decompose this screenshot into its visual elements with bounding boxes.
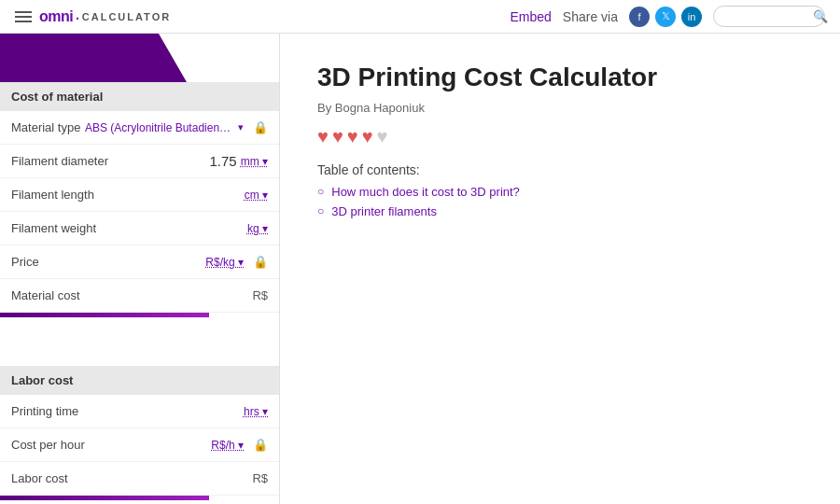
row-material-type: Material type ABS (Acrylonitrile Butadie… [0, 111, 279, 145]
label-cost-per-hour: Cost per hour [11, 438, 211, 452]
label-filament-diameter: Filament diameter [11, 154, 209, 168]
logo-brand: omni [39, 8, 73, 25]
label-labor-cost: Labor cost [11, 471, 252, 485]
twitter-icon[interactable]: 𝕏 [655, 7, 676, 27]
progress-bar-material [0, 313, 209, 317]
section-header-material: Cost of material [0, 82, 279, 111]
filament-diameter-number: 1.75 [209, 153, 236, 169]
toc-link-1[interactable]: How much does it cost to 3D print? [331, 185, 520, 199]
hamburger-icon[interactable] [15, 11, 32, 22]
header-right: Embed Share via f 𝕏 in 🔍 [510, 6, 825, 27]
printing-time-unit[interactable]: hrs ▾ [244, 405, 268, 418]
label-material-type: Material type [11, 120, 85, 134]
toc-link-2[interactable]: 3D printer filaments [331, 204, 437, 218]
value-labor-cost: R$ [252, 471, 268, 485]
share-via-label: Share via [563, 9, 618, 24]
page-title: 3D Printing Cost Calculator [317, 62, 803, 93]
labor-cost-result: R$ [252, 471, 268, 485]
section-header-labor: Labor cost [0, 366, 279, 395]
value-filament-diameter: 1.75 mm ▾ [209, 153, 268, 169]
price-unit[interactable]: R$/kg ▾ [205, 256, 244, 269]
heart-3: ♥ [347, 126, 358, 147]
row-labor-cost: Labor cost R$ [0, 462, 279, 496]
row-filament-weight: Filament weight kg ▾ [0, 212, 279, 245]
filament-weight-unit[interactable]: kg ▾ [247, 222, 268, 235]
toc-item-1: How much does it cost to 3D print? [317, 185, 803, 199]
content-area: 3D Printing Cost Calculator By Bogna Hap… [280, 34, 840, 504]
logo: omni · CALCULATOR [39, 7, 171, 26]
header: omni · CALCULATOR Embed Share via f 𝕏 in… [0, 0, 840, 34]
label-filament-length: Filament length [11, 188, 245, 202]
value-filament-weight: kg ▾ [247, 222, 268, 235]
main-layout: Cost of material Material type ABS (Acry… [0, 34, 840, 504]
value-material-type: ABS (Acrylonitrile Butadiene Styrene) ▾ … [85, 120, 268, 134]
label-printing-time: Printing time [11, 404, 244, 418]
heart-4: ♥ [362, 126, 373, 147]
row-price: Price R$/kg ▾ 🔒 [0, 245, 279, 279]
search-input[interactable] [723, 9, 807, 23]
social-icons: f 𝕏 in [629, 7, 702, 27]
heart-5: ♥ [377, 126, 388, 147]
row-filament-diameter: Filament diameter 1.75 mm ▾ [0, 145, 279, 178]
material-type-dropdown[interactable]: ABS (Acrylonitrile Butadiene Styrene) [85, 121, 234, 134]
filament-length-unit[interactable]: cm ▾ [245, 189, 268, 202]
toc-title: Table of contents: [317, 162, 803, 177]
logo-dot: · [75, 7, 80, 26]
header-left: omni · CALCULATOR [15, 7, 171, 26]
row-material-cost: Material cost R$ [0, 279, 279, 313]
row-filament-length: Filament length cm ▾ [0, 178, 279, 212]
filament-diameter-unit[interactable]: mm ▾ [241, 155, 268, 168]
toc-list: How much does it cost to 3D print? 3D pr… [317, 185, 803, 218]
hearts-rating: ♥ ♥ ♥ ♥ ♥ [317, 126, 803, 147]
value-cost-per-hour: R$/h ▾ 🔒 [211, 438, 268, 452]
toc-item-2: 3D printer filaments [317, 204, 803, 218]
author: By Bogna Haponiuk [317, 101, 803, 115]
search-icon: 🔍 [813, 9, 828, 23]
heart-1: ♥ [317, 126, 329, 147]
dropdown-arrow-icon: ▾ [238, 121, 244, 133]
cost-per-hour-unit[interactable]: R$/h ▾ [211, 439, 244, 452]
linkedin-icon[interactable]: in [681, 7, 702, 27]
row-cost-per-hour: Cost per hour R$/h ▾ 🔒 [0, 428, 279, 462]
row-printing-time: Printing time hrs ▾ [0, 395, 279, 428]
progress-bar-labor [0, 496, 209, 500]
value-filament-length: cm ▾ [245, 189, 268, 202]
heart-2: ♥ [332, 126, 343, 147]
facebook-icon[interactable]: f [629, 7, 650, 27]
calculator-sidebar: Cost of material Material type ABS (Acry… [0, 34, 280, 504]
value-price: R$/kg ▾ 🔒 [205, 255, 268, 269]
price-lock-icon: 🔒 [253, 255, 268, 269]
calc-section-labor: Labor cost Printing time hrs ▾ Cost per … [0, 366, 279, 500]
logo-calc: CALCULATOR [82, 11, 171, 22]
label-price: Price [11, 255, 205, 269]
label-material-cost: Material cost [11, 288, 252, 302]
value-printing-time: hrs ▾ [244, 405, 268, 418]
lock-icon: 🔒 [253, 120, 268, 134]
value-material-cost: R$ [252, 288, 268, 302]
cost-per-hour-lock-icon: 🔒 [253, 438, 268, 452]
search-box[interactable]: 🔍 [713, 6, 825, 27]
material-cost-result: R$ [252, 288, 268, 302]
embed-link[interactable]: Embed [510, 9, 551, 24]
purple-decoration [0, 34, 279, 82]
label-filament-weight: Filament weight [11, 221, 247, 235]
calc-section-material: Cost of material Material type ABS (Acry… [0, 82, 279, 317]
